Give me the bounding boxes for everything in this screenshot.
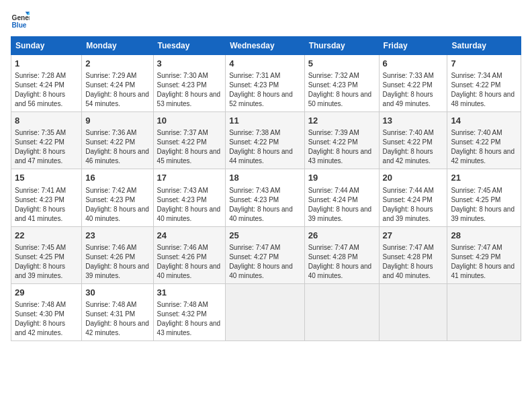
sunrise-label: Sunrise: 7:48 AM — [15, 301, 66, 308]
svg-text:Blue: Blue — [12, 21, 27, 29]
daylight-label: Daylight: 8 hours and 40 minutes. — [85, 205, 149, 222]
sunrise-label: Sunrise: 7:43 AM — [229, 187, 280, 194]
daylight-label: Daylight: 8 hours and 40 minutes. — [229, 205, 293, 222]
daylight-label: Daylight: 8 hours and 43 minutes. — [157, 320, 221, 336]
sunrise-label: Sunrise: 7:47 AM — [383, 244, 434, 251]
sunrise-label: Sunrise: 7:45 AM — [15, 244, 66, 251]
day-number: 3 — [157, 58, 222, 70]
sunrise-label: Sunrise: 7:47 AM — [308, 244, 359, 251]
daylight-label: Daylight: 8 hours and 56 minutes. — [15, 91, 65, 107]
sunrise-label: Sunrise: 7:36 AM — [85, 129, 136, 136]
daylight-label: Daylight: 8 hours and 41 minutes. — [15, 205, 65, 222]
calendar-cell: 27Sunrise: 7:47 AMSunset: 4:28 PMDayligh… — [379, 226, 447, 283]
header-row: SundayMondayTuesdayWednesdayThursdayFrid… — [11, 37, 521, 55]
sunrise-label: Sunrise: 7:48 AM — [85, 301, 136, 308]
sunrise-label: Sunrise: 7:39 AM — [308, 129, 359, 136]
calendar-cell: 25Sunrise: 7:47 AMSunset: 4:27 PMDayligh… — [226, 226, 304, 283]
week-row-4: 22Sunrise: 7:45 AMSunset: 4:25 PMDayligh… — [11, 226, 521, 283]
column-header-saturday: Saturday — [447, 37, 521, 55]
column-header-friday: Friday — [379, 37, 447, 55]
day-number: 17 — [157, 172, 222, 184]
week-row-3: 15Sunrise: 7:41 AMSunset: 4:23 PMDayligh… — [11, 169, 521, 226]
column-header-monday: Monday — [82, 37, 153, 55]
sunrise-label: Sunrise: 7:46 AM — [157, 244, 208, 251]
daylight-label: Daylight: 8 hours and 45 minutes. — [157, 148, 221, 165]
day-number: 29 — [15, 287, 78, 299]
sunrise-label: Sunrise: 7:31 AM — [229, 72, 280, 79]
day-number: 8 — [15, 115, 78, 127]
header: General Blue — [11, 11, 521, 30]
sunset-label: Sunset: 4:28 PM — [308, 253, 358, 261]
calendar-cell: 4Sunrise: 7:31 AMSunset: 4:23 PMDaylight… — [226, 55, 304, 112]
calendar-cell: 8Sunrise: 7:35 AMSunset: 4:22 PMDaylight… — [11, 112, 82, 169]
main-container: General Blue SundayMondayTuesdayWednesda… — [0, 0, 532, 347]
daylight-label: Daylight: 8 hours and 46 minutes. — [85, 148, 149, 165]
sunset-label: Sunset: 4:22 PM — [451, 81, 500, 89]
daylight-label: Daylight: 8 hours and 40 minutes. — [229, 263, 293, 279]
sunrise-label: Sunrise: 7:32 AM — [308, 72, 359, 79]
daylight-label: Daylight: 8 hours and 48 minutes. — [451, 91, 515, 107]
sunrise-label: Sunrise: 7:44 AM — [383, 187, 434, 194]
daylight-label: Daylight: 8 hours and 53 minutes. — [157, 91, 221, 107]
sunset-label: Sunset: 4:25 PM — [15, 253, 64, 261]
sunset-label: Sunset: 4:23 PM — [157, 196, 207, 203]
sunrise-label: Sunrise: 7:45 AM — [451, 187, 502, 194]
column-header-sunday: Sunday — [11, 37, 82, 55]
calendar-cell: 3Sunrise: 7:30 AMSunset: 4:23 PMDaylight… — [153, 55, 226, 112]
sunrise-label: Sunrise: 7:47 AM — [451, 244, 502, 251]
daylight-label: Daylight: 8 hours and 50 minutes. — [308, 91, 372, 107]
calendar-cell — [304, 283, 379, 340]
daylight-label: Daylight: 8 hours and 40 minutes. — [157, 263, 221, 279]
sunset-label: Sunset: 4:32 PM — [157, 310, 207, 318]
day-number: 10 — [157, 115, 222, 127]
calendar-cell: 11Sunrise: 7:38 AMSunset: 4:22 PMDayligh… — [226, 112, 304, 169]
sunset-label: Sunset: 4:22 PM — [383, 138, 433, 146]
day-number: 11 — [229, 115, 300, 127]
calendar-cell: 10Sunrise: 7:37 AMSunset: 4:22 PMDayligh… — [153, 112, 226, 169]
sunrise-label: Sunrise: 7:34 AM — [451, 72, 502, 79]
daylight-label: Daylight: 8 hours and 49 minutes. — [383, 91, 433, 107]
week-row-2: 8Sunrise: 7:35 AMSunset: 4:22 PMDaylight… — [11, 112, 521, 169]
daylight-label: Daylight: 8 hours and 39 minutes. — [383, 205, 433, 222]
calendar-cell: 13Sunrise: 7:40 AMSunset: 4:22 PMDayligh… — [379, 112, 447, 169]
sunrise-label: Sunrise: 7:44 AM — [308, 187, 359, 194]
daylight-label: Daylight: 8 hours and 39 minutes. — [15, 263, 65, 279]
calendar-cell: 7Sunrise: 7:34 AMSunset: 4:22 PMDaylight… — [447, 55, 521, 112]
sunset-label: Sunset: 4:22 PM — [383, 81, 433, 89]
day-number: 31 — [157, 287, 222, 299]
calendar-cell: 28Sunrise: 7:47 AMSunset: 4:29 PMDayligh… — [447, 226, 521, 283]
day-number: 2 — [85, 58, 149, 70]
daylight-label: Daylight: 8 hours and 39 minutes. — [451, 205, 515, 222]
svg-text:General: General — [12, 14, 30, 21]
sunrise-label: Sunrise: 7:47 AM — [229, 244, 280, 251]
sunset-label: Sunset: 4:24 PM — [383, 196, 433, 203]
sunrise-label: Sunrise: 7:35 AM — [15, 129, 66, 136]
column-header-thursday: Thursday — [304, 37, 379, 55]
sunrise-label: Sunrise: 7:38 AM — [229, 129, 280, 136]
calendar-cell: 23Sunrise: 7:46 AMSunset: 4:26 PMDayligh… — [82, 226, 153, 283]
daylight-label: Daylight: 8 hours and 40 minutes. — [157, 205, 221, 222]
calendar-cell: 6Sunrise: 7:33 AMSunset: 4:22 PMDaylight… — [379, 55, 447, 112]
day-number: 1 — [15, 58, 78, 70]
calendar-table: SundayMondayTuesdayWednesdayThursdayFrid… — [11, 36, 521, 341]
week-row-1: 1Sunrise: 7:28 AMSunset: 4:24 PMDaylight… — [11, 55, 521, 112]
daylight-label: Daylight: 8 hours and 42 minutes. — [383, 148, 433, 165]
sunrise-label: Sunrise: 7:42 AM — [85, 187, 136, 194]
sunset-label: Sunset: 4:24 PM — [85, 81, 135, 89]
day-number: 5 — [308, 58, 375, 70]
day-number: 7 — [451, 58, 517, 70]
sunset-label: Sunset: 4:23 PM — [15, 196, 64, 203]
sunset-label: Sunset: 4:22 PM — [85, 138, 135, 146]
sunrise-label: Sunrise: 7:43 AM — [157, 187, 208, 194]
calendar-cell: 31Sunrise: 7:48 AMSunset: 4:32 PMDayligh… — [153, 283, 226, 340]
sunset-label: Sunset: 4:31 PM — [85, 310, 135, 318]
day-number: 18 — [229, 172, 300, 184]
calendar-cell: 16Sunrise: 7:42 AMSunset: 4:23 PMDayligh… — [82, 169, 153, 226]
sunrise-label: Sunrise: 7:29 AM — [85, 72, 136, 79]
day-number: 15 — [15, 172, 78, 184]
daylight-label: Daylight: 8 hours and 40 minutes. — [308, 263, 372, 279]
calendar-cell: 12Sunrise: 7:39 AMSunset: 4:22 PMDayligh… — [304, 112, 379, 169]
column-header-tuesday: Tuesday — [153, 37, 226, 55]
sunset-label: Sunset: 4:23 PM — [157, 81, 207, 89]
sunrise-label: Sunrise: 7:28 AM — [15, 72, 66, 79]
